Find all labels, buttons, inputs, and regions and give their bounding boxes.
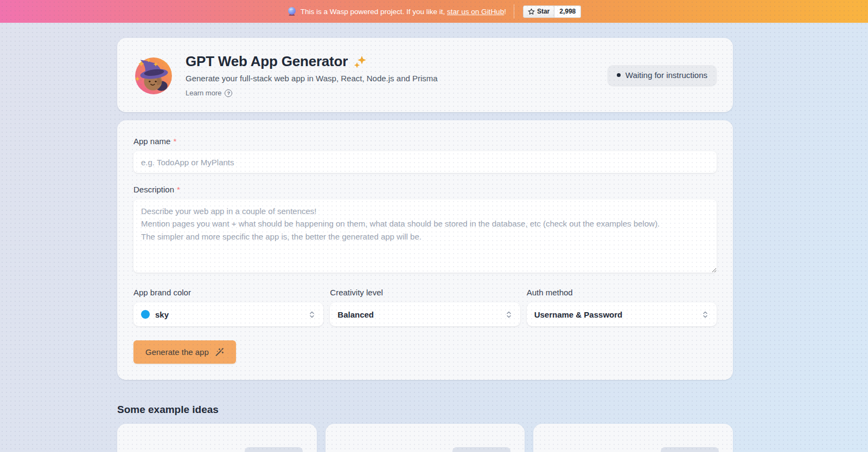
description-textarea[interactable] (133, 199, 717, 273)
brand-color-field-group: App brand color sky (133, 288, 323, 326)
magic-wand-icon (215, 347, 224, 357)
chevron-up-down-icon (308, 311, 316, 319)
example-title: MyPlants (355, 450, 405, 452)
use-this-idea-button[interactable]: Use this idea (661, 447, 719, 452)
star-icon (528, 8, 535, 15)
chevron-up-down-icon (701, 311, 709, 319)
auth-method-select[interactable]: Username & Password (527, 302, 717, 326)
generate-app-button[interactable]: Generate the app (133, 340, 236, 364)
github-star-link[interactable]: star us on GitHub (447, 8, 504, 16)
auth-method-value: Username & Password (534, 310, 623, 319)
banner-message-prefix: This is a Wasp powered project. If you l… (301, 8, 445, 16)
brand-color-value: sky (155, 310, 169, 319)
banner-message-suffix: ! (504, 8, 506, 16)
wasp-banner: This is a Wasp powered project. If you l… (0, 0, 868, 23)
learn-more-link[interactable]: Learn more ? (186, 89, 438, 97)
status-dot-icon (617, 73, 621, 77)
example-title: TodoApp (146, 450, 196, 452)
examples-row: TodoApp Use this idea MyPlants Use this … (117, 424, 733, 452)
description-field-group: Description* (133, 185, 717, 275)
chevron-up-down-icon (505, 311, 513, 319)
sparkles-icon (353, 55, 367, 69)
github-star-count[interactable]: 2,998 (554, 5, 581, 18)
example-title: Blog (563, 450, 588, 452)
github-star-widget[interactable]: Star 2,998 (523, 5, 581, 18)
header-card: GPT Web App Generator Generate your full… (117, 38, 733, 112)
github-star-button[interactable]: Star (523, 5, 554, 18)
crystal-ball-icon (287, 7, 297, 16)
creativity-field-group: Creativity level Balanced (330, 288, 520, 326)
brand-color-label: App brand color (133, 288, 323, 297)
auth-method-label: Auth method (527, 288, 717, 297)
app-name-input[interactable] (133, 151, 717, 173)
use-this-idea-button[interactable]: Use this idea (245, 447, 303, 452)
auth-method-field-group: Auth method Username & Password (527, 288, 717, 326)
example-card-blog: Blog Use this idea (533, 424, 733, 452)
creativity-select[interactable]: Balanced (330, 302, 520, 326)
description-label: Description* (133, 185, 717, 194)
github-star-label: Star (537, 8, 550, 15)
brand-color-select[interactable]: sky (133, 302, 323, 326)
banner-divider (514, 4, 514, 18)
examples-heading: Some example ideas (117, 404, 733, 416)
wasp-mascot-logo (133, 55, 174, 95)
page-subtitle: Generate your full-stack web app in Wasp… (186, 74, 438, 83)
use-this-idea-button[interactable]: Use this idea (452, 447, 510, 452)
app-name-label: App name* (133, 137, 717, 146)
creativity-value: Balanced (337, 310, 374, 319)
header-text-block: GPT Web App Generator Generate your full… (186, 53, 438, 97)
app-name-field-group: App name* (133, 137, 717, 173)
page-title: GPT Web App Generator (186, 53, 348, 70)
required-asterisk: * (177, 185, 180, 194)
example-card-todoapp: TodoApp Use this idea (117, 424, 317, 452)
banner-message: This is a Wasp powered project. If you l… (287, 7, 506, 16)
example-card-myplants: MyPlants Use this idea (326, 424, 525, 452)
learn-more-label: Learn more (186, 89, 221, 97)
creativity-label: Creativity level (330, 288, 520, 297)
generate-app-button-label: Generate the app (145, 347, 209, 357)
question-circle-icon: ? (225, 89, 232, 97)
brand-color-dot-icon (141, 310, 150, 319)
required-asterisk: * (173, 137, 176, 146)
status-badge: Waiting for instructions (608, 64, 717, 86)
status-label: Waiting for instructions (626, 70, 707, 80)
generator-form-card: App name* Description* App brand color s… (117, 120, 733, 380)
